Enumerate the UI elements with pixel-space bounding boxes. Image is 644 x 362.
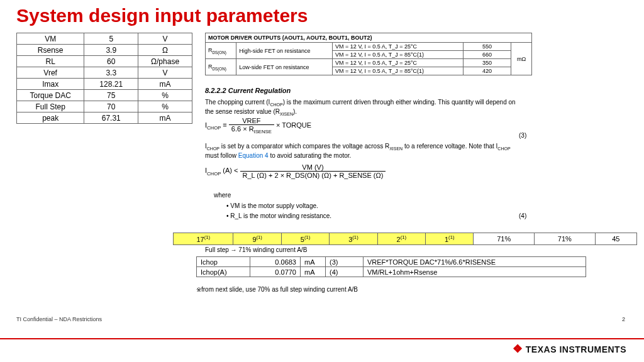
where-label: where — [214, 192, 231, 199]
table-row: Vref3.3V — [17, 67, 192, 79]
equation-4-link[interactable]: Equation 4 — [238, 152, 269, 159]
table-row: Ichop0.0683mA(3)VREF*TORQUE DAC*71%/6.6*… — [197, 257, 586, 267]
section-heading: 8.2.2.2 Current Regulation — [205, 87, 291, 94]
page-title: System design input parameters — [16, 5, 308, 26]
rds-table-header: MOTOR DRIVER OUTPUTS (AOUT1, AOUT2, BOUT… — [205, 33, 532, 42]
table-row: Torque DAC75% — [17, 90, 192, 101]
page-number: 2 — [622, 316, 625, 322]
bullet-2: • R_L is the motor winding resistance. — [226, 212, 331, 219]
bullet-1: • VM is the motor supply voltage. — [226, 202, 318, 209]
footer-divider — [0, 338, 644, 339]
table-row: Ichop(A)0.0770mA(4)VM/RL+1ohm+Rsense — [197, 267, 586, 277]
ichop-table: Ichop0.0683mA(3)VREF*TORQUE DAC*71%/6.6*… — [196, 256, 586, 277]
table-row: Rsense3.9Ω — [17, 45, 192, 56]
equation-3: ICHOP = VREF6.6 × RISENSE × TORQUE — [205, 117, 311, 134]
table-row: peak67.31mA — [17, 112, 192, 124]
table-row: RL60Ω/phase — [17, 56, 192, 67]
table-row: Imax128.21mA — [17, 79, 192, 90]
paragraph-2: ICHOP is set by a comparator which compa… — [205, 142, 526, 160]
table-row: Full Step70% — [17, 101, 192, 112]
footnote: ※from next slide, use 70% as full step w… — [196, 286, 358, 293]
input-param-table: VM5VRsense3.9ΩRL60Ω/phaseVref3.3VImax128… — [16, 33, 192, 124]
fullstep-note: Full step → 71% winding current A/B — [205, 246, 307, 253]
eq3-number: (3) — [519, 132, 526, 139]
paragraph-1: The chopping current (ICHOP) is the maxi… — [205, 98, 526, 118]
rds-table: RDS(ON) High-side FET on resistance VM =… — [205, 42, 532, 75]
ti-logo: ❖TEXAS INSTRUMENTS — [513, 342, 626, 356]
eq4-number: (4) — [519, 212, 526, 219]
table-row: VM5V — [17, 33, 192, 45]
equation-4: ICHOP (A) < VM (V)R_L (Ω) + 2 × R_DS(ON)… — [205, 163, 386, 179]
confidential-label: TI Confidential – NDA Restrictions — [16, 316, 102, 322]
ti-chip-icon: ❖ — [513, 343, 523, 355]
microstep-table: 17(1)9(1)5(1)3(1)2(1)1(1)71%71%45 — [173, 233, 637, 245]
